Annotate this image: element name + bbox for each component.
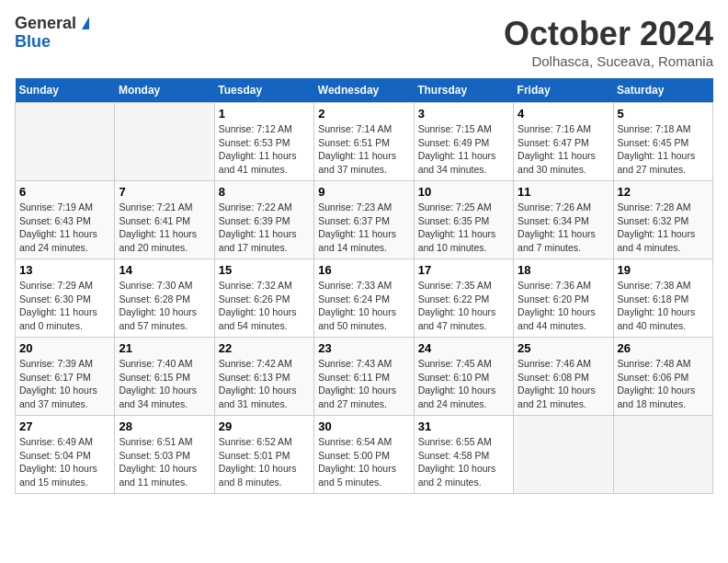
day-number: 9 bbox=[318, 185, 409, 199]
day-number: 6 bbox=[19, 185, 110, 199]
day-detail: Sunrise: 7:40 AM Sunset: 6:15 PM Dayligh… bbox=[119, 357, 210, 411]
day-detail: Sunrise: 7:16 AM Sunset: 6:47 PM Dayligh… bbox=[518, 122, 609, 177]
day-detail: Sunrise: 7:48 AM Sunset: 6:06 PM Dayligh… bbox=[618, 357, 709, 411]
day-detail: Sunrise: 7:23 AM Sunset: 6:37 PM Dayligh… bbox=[318, 201, 409, 255]
location-subtitle: Dolhasca, Suceava, Romania bbox=[504, 53, 713, 69]
calendar-cell: 10Sunrise: 7:25 AM Sunset: 6:35 PM Dayli… bbox=[414, 181, 513, 259]
logo: General Blue bbox=[15, 15, 76, 52]
day-detail: Sunrise: 7:18 AM Sunset: 6:45 PM Dayligh… bbox=[618, 122, 709, 177]
calendar-cell: 2Sunrise: 7:14 AM Sunset: 6:51 PM Daylig… bbox=[314, 103, 414, 181]
calendar-cell: 1Sunrise: 7:12 AM Sunset: 6:53 PM Daylig… bbox=[214, 103, 313, 181]
day-number: 26 bbox=[618, 341, 709, 355]
calendar-cell: 23Sunrise: 7:43 AM Sunset: 6:11 PM Dayli… bbox=[314, 338, 414, 416]
day-number: 25 bbox=[518, 341, 609, 355]
calendar-cell: 3Sunrise: 7:15 AM Sunset: 6:49 PM Daylig… bbox=[414, 103, 513, 181]
day-detail: Sunrise: 7:33 AM Sunset: 6:24 PM Dayligh… bbox=[318, 279, 409, 333]
day-detail: Sunrise: 7:39 AM Sunset: 6:17 PM Dayligh… bbox=[19, 357, 110, 411]
calendar-cell: 6Sunrise: 7:19 AM Sunset: 6:43 PM Daylig… bbox=[16, 181, 115, 259]
day-detail: Sunrise: 7:43 AM Sunset: 6:11 PM Dayligh… bbox=[318, 357, 409, 411]
day-detail: Sunrise: 7:21 AM Sunset: 6:41 PM Dayligh… bbox=[119, 201, 210, 255]
calendar-cell bbox=[16, 103, 115, 181]
weekday-header: Sunday bbox=[16, 78, 115, 103]
day-detail: Sunrise: 7:32 AM Sunset: 6:26 PM Dayligh… bbox=[219, 279, 310, 333]
day-detail: Sunrise: 6:54 AM Sunset: 5:00 PM Dayligh… bbox=[318, 435, 409, 489]
day-detail: Sunrise: 6:55 AM Sunset: 4:58 PM Dayligh… bbox=[418, 435, 509, 489]
day-number: 3 bbox=[418, 107, 509, 121]
day-detail: Sunrise: 7:29 AM Sunset: 6:30 PM Dayligh… bbox=[19, 279, 110, 333]
calendar-cell: 26Sunrise: 7:48 AM Sunset: 6:06 PM Dayli… bbox=[613, 338, 712, 416]
calendar-week-row: 13Sunrise: 7:29 AM Sunset: 6:30 PM Dayli… bbox=[16, 259, 713, 338]
day-number: 15 bbox=[219, 263, 310, 277]
weekday-header: Wednesday bbox=[314, 78, 414, 103]
weekday-header: Tuesday bbox=[214, 78, 313, 103]
day-detail: Sunrise: 7:42 AM Sunset: 6:13 PM Dayligh… bbox=[219, 357, 310, 411]
day-number: 31 bbox=[418, 419, 509, 433]
day-detail: Sunrise: 7:22 AM Sunset: 6:39 PM Dayligh… bbox=[219, 201, 310, 255]
day-detail: Sunrise: 7:30 AM Sunset: 6:28 PM Dayligh… bbox=[119, 279, 210, 333]
day-number: 11 bbox=[518, 185, 609, 199]
calendar-cell: 20Sunrise: 7:39 AM Sunset: 6:17 PM Dayli… bbox=[16, 338, 115, 416]
day-number: 17 bbox=[418, 263, 509, 277]
day-number: 28 bbox=[119, 419, 210, 433]
day-number: 22 bbox=[219, 341, 310, 355]
weekday-header: Friday bbox=[514, 78, 613, 103]
weekday-header: Thursday bbox=[414, 78, 513, 103]
month-title: October 2024 bbox=[504, 15, 713, 53]
day-number: 16 bbox=[318, 263, 409, 277]
day-number: 14 bbox=[119, 263, 210, 277]
calendar-week-row: 27Sunrise: 6:49 AM Sunset: 5:04 PM Dayli… bbox=[16, 416, 713, 494]
calendar-cell: 4Sunrise: 7:16 AM Sunset: 6:47 PM Daylig… bbox=[514, 103, 613, 181]
day-number: 7 bbox=[119, 185, 210, 199]
day-number: 29 bbox=[219, 419, 310, 433]
weekday-header-row: SundayMondayTuesdayWednesdayThursdayFrid… bbox=[16, 78, 713, 103]
day-number: 10 bbox=[418, 185, 509, 199]
day-detail: Sunrise: 7:36 AM Sunset: 6:20 PM Dayligh… bbox=[518, 279, 609, 333]
day-number: 5 bbox=[618, 107, 709, 121]
day-detail: Sunrise: 7:19 AM Sunset: 6:43 PM Dayligh… bbox=[19, 201, 110, 255]
day-number: 30 bbox=[318, 419, 409, 433]
day-number: 23 bbox=[318, 341, 409, 355]
day-number: 21 bbox=[119, 341, 210, 355]
calendar-cell bbox=[613, 416, 712, 494]
day-number: 2 bbox=[318, 107, 409, 121]
calendar-table: SundayMondayTuesdayWednesdayThursdayFrid… bbox=[15, 78, 713, 494]
title-block: October 2024 Dolhasca, Suceava, Romania bbox=[504, 15, 713, 69]
day-detail: Sunrise: 7:14 AM Sunset: 6:51 PM Dayligh… bbox=[318, 122, 409, 177]
calendar-cell: 12Sunrise: 7:28 AM Sunset: 6:32 PM Dayli… bbox=[613, 181, 712, 259]
day-detail: Sunrise: 6:52 AM Sunset: 5:01 PM Dayligh… bbox=[219, 435, 310, 489]
calendar-cell: 8Sunrise: 7:22 AM Sunset: 6:39 PM Daylig… bbox=[214, 181, 313, 259]
day-number: 20 bbox=[19, 341, 110, 355]
calendar-cell: 14Sunrise: 7:30 AM Sunset: 6:28 PM Dayli… bbox=[115, 259, 214, 338]
calendar-cell: 24Sunrise: 7:45 AM Sunset: 6:10 PM Dayli… bbox=[414, 338, 513, 416]
day-detail: Sunrise: 7:15 AM Sunset: 6:49 PM Dayligh… bbox=[418, 122, 509, 177]
calendar-cell: 19Sunrise: 7:38 AM Sunset: 6:18 PM Dayli… bbox=[613, 259, 712, 338]
calendar-cell: 11Sunrise: 7:26 AM Sunset: 6:34 PM Dayli… bbox=[514, 181, 613, 259]
calendar-cell: 5Sunrise: 7:18 AM Sunset: 6:45 PM Daylig… bbox=[613, 103, 712, 181]
day-number: 4 bbox=[518, 107, 609, 121]
day-detail: Sunrise: 7:25 AM Sunset: 6:35 PM Dayligh… bbox=[418, 201, 509, 255]
day-number: 8 bbox=[219, 185, 310, 199]
day-detail: Sunrise: 7:46 AM Sunset: 6:08 PM Dayligh… bbox=[518, 357, 609, 411]
day-number: 1 bbox=[219, 107, 310, 121]
day-detail: Sunrise: 7:38 AM Sunset: 6:18 PM Dayligh… bbox=[618, 279, 709, 333]
calendar-week-row: 20Sunrise: 7:39 AM Sunset: 6:17 PM Dayli… bbox=[16, 338, 713, 416]
day-detail: Sunrise: 7:45 AM Sunset: 6:10 PM Dayligh… bbox=[418, 357, 509, 411]
day-detail: Sunrise: 7:26 AM Sunset: 6:34 PM Dayligh… bbox=[518, 201, 609, 255]
page-header: General Blue October 2024 Dolhasca, Suce… bbox=[15, 15, 713, 69]
calendar-cell: 29Sunrise: 6:52 AM Sunset: 5:01 PM Dayli… bbox=[214, 416, 313, 494]
calendar-cell: 28Sunrise: 6:51 AM Sunset: 5:03 PM Dayli… bbox=[115, 416, 214, 494]
logo-blue-text: Blue bbox=[15, 33, 76, 52]
day-number: 24 bbox=[418, 341, 509, 355]
calendar-cell: 13Sunrise: 7:29 AM Sunset: 6:30 PM Dayli… bbox=[16, 259, 115, 338]
calendar-cell: 17Sunrise: 7:35 AM Sunset: 6:22 PM Dayli… bbox=[414, 259, 513, 338]
calendar-cell: 25Sunrise: 7:46 AM Sunset: 6:08 PM Dayli… bbox=[514, 338, 613, 416]
calendar-cell: 22Sunrise: 7:42 AM Sunset: 6:13 PM Dayli… bbox=[214, 338, 313, 416]
day-number: 13 bbox=[19, 263, 110, 277]
calendar-cell: 21Sunrise: 7:40 AM Sunset: 6:15 PM Dayli… bbox=[115, 338, 214, 416]
calendar-week-row: 1Sunrise: 7:12 AM Sunset: 6:53 PM Daylig… bbox=[16, 103, 713, 181]
calendar-cell: 18Sunrise: 7:36 AM Sunset: 6:20 PM Dayli… bbox=[514, 259, 613, 338]
calendar-cell: 15Sunrise: 7:32 AM Sunset: 6:26 PM Dayli… bbox=[214, 259, 313, 338]
day-detail: Sunrise: 6:51 AM Sunset: 5:03 PM Dayligh… bbox=[119, 435, 210, 489]
calendar-cell: 9Sunrise: 7:23 AM Sunset: 6:37 PM Daylig… bbox=[314, 181, 414, 259]
day-detail: Sunrise: 6:49 AM Sunset: 5:04 PM Dayligh… bbox=[19, 435, 110, 489]
